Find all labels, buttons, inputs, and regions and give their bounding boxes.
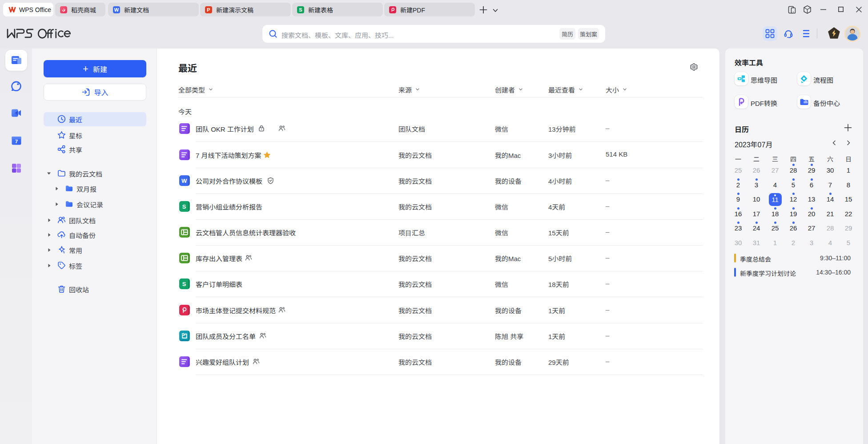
svg-text:W: W [181, 178, 187, 184]
svg-text:S: S [182, 203, 186, 210]
svg-text:S: S [182, 281, 186, 287]
svg-text:7: 7 [15, 139, 18, 144]
